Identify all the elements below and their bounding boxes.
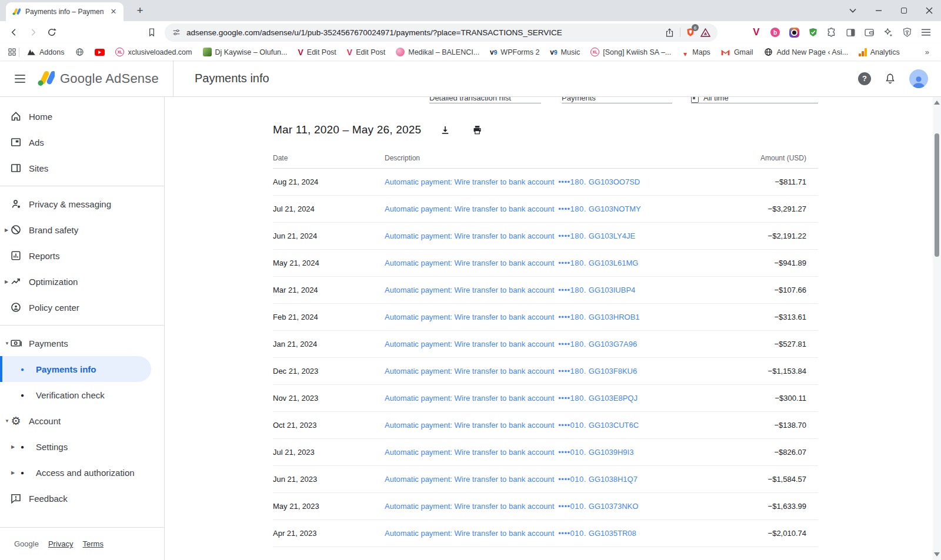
bookmark-xclusiveloaded[interactable]: XL xclusiveloaded.com — [115, 48, 192, 56]
sidebar-item-reports[interactable]: Reports — [0, 243, 164, 269]
browser-tab[interactable]: Payments info – Payments – Go ✕ — [6, 2, 124, 21]
bookmarks-overflow-chevron[interactable]: » — [925, 48, 934, 56]
bookmark-gmail[interactable]: Gmail — [721, 48, 753, 57]
url-text[interactable]: adsense.google.com/adsense/u/1/pub-35245… — [186, 28, 659, 37]
leo-ai-sparkle-icon[interactable] — [882, 26, 894, 38]
expand-right-icon[interactable]: ▶ — [5, 279, 8, 284]
row-description-link[interactable]: Automatic payment: Wire transfer to bank… — [385, 340, 736, 348]
filter-product[interactable]: Payments — [562, 97, 672, 103]
bookmark-medikal[interactable]: Medikal – BALENCI... — [396, 48, 479, 56]
sidebar-item-payments[interactable]: ▼ Payments — [0, 330, 164, 356]
collapse-down-icon[interactable]: ▼ — [5, 341, 9, 346]
extension-v-icon[interactable]: V — [750, 26, 762, 38]
sidebar-item-settings[interactable]: ▶ ● Settings — [0, 434, 164, 460]
v-pink-icon: V — [347, 48, 352, 57]
bookmark-music[interactable]: v9 Music — [550, 48, 580, 56]
table-row: May 21, 2024 Automatic payment: Wire tra… — [273, 250, 818, 277]
tab-search-chevron-icon[interactable] — [849, 8, 856, 13]
sidebar-item-brand-safety[interactable]: ▶ Brand safety — [0, 217, 164, 243]
bookmark-addons[interactable]: Addons — [26, 48, 64, 57]
sidebar-item-optimization[interactable]: ▶ Optimization — [0, 269, 164, 294]
expand-right-icon[interactable]: ▶ — [11, 444, 15, 450]
bookmark-youtube[interactable] — [95, 49, 105, 56]
new-tab-button[interactable]: + — [132, 2, 148, 19]
filter-time-range[interactable]: All time — [691, 97, 818, 103]
row-description-link[interactable]: Automatic payment: Wire transfer to bank… — [385, 286, 736, 294]
row-description-link[interactable]: Automatic payment: Wire transfer to bank… — [385, 394, 736, 403]
scroll-up-arrow-icon[interactable] — [934, 100, 940, 105]
bookmark-analytics[interactable]: Analytics — [859, 48, 900, 56]
brave-rewards-triangle-icon[interactable] — [700, 28, 710, 37]
expand-right-icon[interactable]: ▶ — [5, 227, 8, 233]
bookmark-globe[interactable] — [75, 48, 84, 57]
row-description-link[interactable]: Automatic payment: Wire transfer to bank… — [385, 367, 736, 375]
browser-menu-icon[interactable] — [920, 26, 932, 38]
sidebar-item-account[interactable]: ▼ ⚙ Account — [0, 408, 164, 434]
tab-close-icon[interactable]: ✕ — [109, 7, 118, 16]
sidebar-item-payments-info[interactable]: ● Payments info — [0, 356, 151, 382]
adsense-logo[interactable]: Google AdSense — [36, 71, 159, 86]
terms-link[interactable]: Terms — [83, 539, 104, 548]
wallet-icon[interactable] — [863, 26, 875, 38]
brave-shield-icon[interactable]: 6 — [686, 27, 695, 38]
row-description-link[interactable]: Automatic payment: Wire transfer to bank… — [385, 259, 736, 267]
bookmark-edit-post-1[interactable]: V Edit Post — [298, 48, 336, 57]
sidebar-toggle-icon[interactable] — [845, 26, 856, 38]
row-description-link[interactable]: Automatic payment: Wire transfer to bank… — [385, 448, 736, 457]
scroll-down-arrow-icon[interactable] — [934, 552, 940, 556]
url-bar[interactable]: adsense.google.com/adsense/u/1/pub-35245… — [165, 24, 718, 42]
privacy-link[interactable]: Privacy — [48, 539, 74, 548]
notifications-bell-icon[interactable] — [884, 72, 896, 85]
sidebar-item-home[interactable]: Home — [0, 103, 164, 129]
extensions-puzzle-icon[interactable] — [826, 26, 837, 38]
row-description-link[interactable]: Automatic payment: Wire transfer to bank… — [385, 313, 736, 321]
extension-camera-icon[interactable] — [788, 26, 800, 38]
vertical-scrollbar[interactable] — [933, 97, 941, 560]
extension-pink-icon[interactable]: b — [769, 26, 781, 38]
row-description-link[interactable]: Automatic payment: Wire transfer to bank… — [385, 177, 736, 186]
scrollbar-thumb[interactable] — [935, 133, 939, 257]
download-icon[interactable] — [438, 122, 453, 138]
expand-right-icon[interactable]: ▶ — [11, 470, 15, 475]
bookmark-wpforms[interactable]: v9 WPForms 2 — [490, 48, 539, 56]
bookmark-edit-post-2[interactable]: V Edit Post — [347, 48, 385, 57]
sidebar-item-feedback[interactable]: Feedback — [0, 485, 164, 511]
forward-icon[interactable] — [24, 23, 42, 42]
xl-badge-icon: XL — [115, 48, 124, 56]
bookmark-add-new-page[interactable]: Add New Page ‹ Asi... — [764, 48, 849, 57]
collapse-down-icon[interactable]: ▼ — [5, 418, 9, 424]
sidebar-item-access-authorization[interactable]: ▶ ● Access and authorization — [0, 460, 164, 485]
filter-transaction-type[interactable]: Detailed transaction hist — [429, 97, 541, 103]
row-description-link[interactable]: Automatic payment: Wire transfer to bank… — [385, 232, 736, 240]
row-description-link[interactable]: Automatic payment: Wire transfer to bank… — [385, 529, 736, 538]
minimize-button[interactable] — [875, 7, 882, 14]
bookmark-dj-kaywise[interactable]: Dj Kaywise – Olufun... — [203, 48, 288, 56]
bookmark-flag-icon[interactable] — [142, 23, 161, 42]
restore-button[interactable] — [901, 8, 907, 14]
back-icon[interactable] — [5, 23, 24, 42]
close-window-button[interactable] — [926, 7, 933, 14]
print-icon[interactable] — [469, 122, 485, 138]
help-icon[interactable]: ? — [858, 72, 871, 85]
avatar[interactable] — [909, 69, 928, 88]
transaction-code: GG103G7A96 — [589, 340, 637, 348]
site-controls-icon[interactable] — [172, 28, 181, 37]
row-description-link[interactable]: Automatic payment: Wire transfer to bank… — [385, 204, 736, 213]
sidebar-item-sites[interactable]: Sites — [0, 155, 164, 181]
menu-hamburger-icon[interactable] — [8, 67, 32, 90]
reload-icon[interactable] — [42, 23, 61, 42]
bookmark-maps[interactable]: Maps — [682, 48, 710, 56]
bookmark-song-kwiish[interactable]: XL [Song] Kwiish SA –... — [590, 48, 671, 56]
pink-circle-icon — [396, 48, 405, 56]
row-description-link[interactable]: Automatic payment: Wire transfer to bank… — [385, 475, 736, 484]
sidebar-item-policy-center[interactable]: Policy center — [0, 294, 164, 320]
share-icon[interactable] — [665, 28, 675, 38]
extension-adguard-icon[interactable] — [807, 26, 819, 38]
sidebar-item-ads[interactable]: Ads — [0, 129, 164, 155]
sidebar-item-verification-check[interactable]: ● Verification check — [0, 382, 164, 408]
sidebar-item-privacy-messaging[interactable]: Privacy & messaging — [0, 191, 164, 217]
apps-grid-icon[interactable] — [7, 48, 16, 57]
row-description-link[interactable]: Automatic payment: Wire transfer to bank… — [385, 421, 736, 430]
vpn-shield-icon[interactable] — [901, 26, 913, 38]
row-description-link[interactable]: Automatic payment: Wire transfer to bank… — [385, 502, 736, 511]
